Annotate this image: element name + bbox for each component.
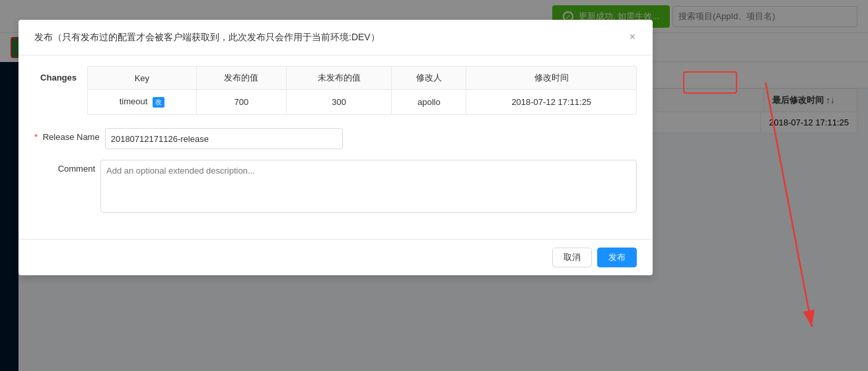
- col-unpublished-header: 未发布的值: [286, 67, 391, 90]
- changes-section: Changes Key 发布的值 未发布的值 修改人 修改时间: [34, 66, 637, 115]
- comment-label: Comment: [34, 160, 100, 174]
- table-row: timeout 改 700 300 apollo 2018-07-12 17:1…: [88, 90, 636, 115]
- modal-header: 发布（只有发布过的配置才会被客户端获取到，此次发布只会作用于当前环境:DEV） …: [18, 20, 653, 55]
- key-cell: timeout 改: [88, 90, 196, 115]
- key-value: timeout: [120, 96, 148, 106]
- col-time-header: 修改时间: [466, 67, 636, 90]
- comment-textarea[interactable]: [100, 160, 637, 213]
- publish-modal: 发布（只有发布过的配置才会被客户端获取到，此次发布只会作用于当前环境:DEV） …: [18, 20, 653, 275]
- published-value-cell: 700: [196, 90, 286, 115]
- release-name-label-text: Release Name: [43, 132, 100, 142]
- release-name-input[interactable]: [105, 128, 343, 149]
- modal-body: Changes Key 发布的值 未发布的值 修改人 修改时间: [18, 55, 653, 239]
- modal-title: 发布（只有发布过的配置才会被客户端获取到，此次发布只会作用于当前环境:DEV）: [34, 30, 380, 44]
- modal-footer: 取消 发布: [18, 239, 653, 275]
- release-name-label: * Release Name: [34, 128, 105, 142]
- submit-button[interactable]: 发布: [597, 248, 637, 267]
- col-published-header: 发布的值: [196, 67, 286, 90]
- modifier-cell: apollo: [392, 90, 466, 115]
- col-modifier-header: 修改人: [392, 67, 466, 90]
- changes-label: Changes: [34, 66, 87, 115]
- unpublished-value-cell: 300: [286, 90, 391, 115]
- required-star: *: [34, 132, 38, 142]
- comment-row: Comment: [34, 160, 637, 213]
- col-key-header: Key: [88, 67, 196, 90]
- modified-badge: 改: [153, 97, 164, 108]
- cancel-button[interactable]: 取消: [552, 248, 592, 267]
- release-name-row: * Release Name: [34, 128, 637, 149]
- modified-time-cell: 2018-07-12 17:11:25: [466, 90, 636, 115]
- modal-close-button[interactable]: ×: [628, 30, 637, 44]
- changes-table: Key 发布的值 未发布的值 修改人 修改时间 timeout 改: [87, 66, 637, 115]
